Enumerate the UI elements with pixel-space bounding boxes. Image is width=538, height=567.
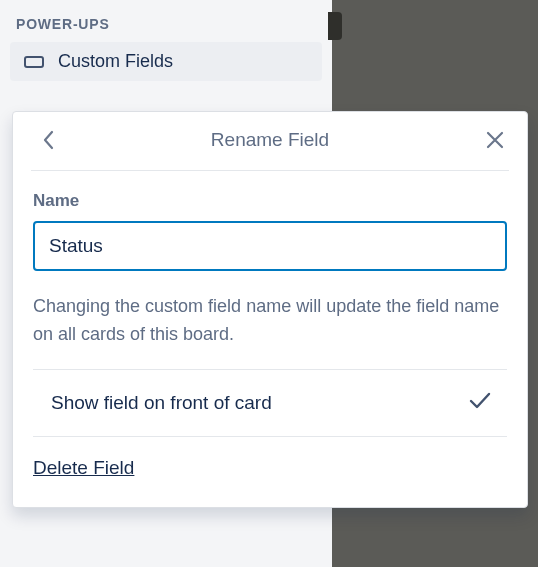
delete-field-link[interactable]: Delete Field xyxy=(33,457,134,478)
sidebar-item-custom-fields[interactable]: Custom Fields xyxy=(10,42,322,81)
tag-icon xyxy=(24,56,44,68)
background-card-edge xyxy=(328,12,342,40)
rename-field-popover: Rename Field Name Changing the custom fi… xyxy=(12,111,528,508)
name-field-label: Name xyxy=(33,191,507,211)
popover-body: Name Changing the custom field name will… xyxy=(13,171,527,507)
section-header-powerups: POWER-UPS xyxy=(10,12,322,42)
back-button[interactable] xyxy=(35,126,63,154)
close-button[interactable] xyxy=(481,126,509,154)
sidebar-item-label: Custom Fields xyxy=(58,51,173,72)
popover-header: Rename Field xyxy=(13,112,527,170)
delete-row: Delete Field xyxy=(33,437,507,501)
close-icon xyxy=(486,131,504,149)
show-on-front-label: Show field on front of card xyxy=(51,392,272,414)
popover-title: Rename Field xyxy=(13,129,527,151)
check-icon xyxy=(469,392,491,414)
helper-text: Changing the custom field name will upda… xyxy=(33,293,507,349)
name-input[interactable] xyxy=(33,221,507,271)
chevron-left-icon xyxy=(43,130,55,150)
show-on-front-toggle[interactable]: Show field on front of card xyxy=(33,369,507,437)
